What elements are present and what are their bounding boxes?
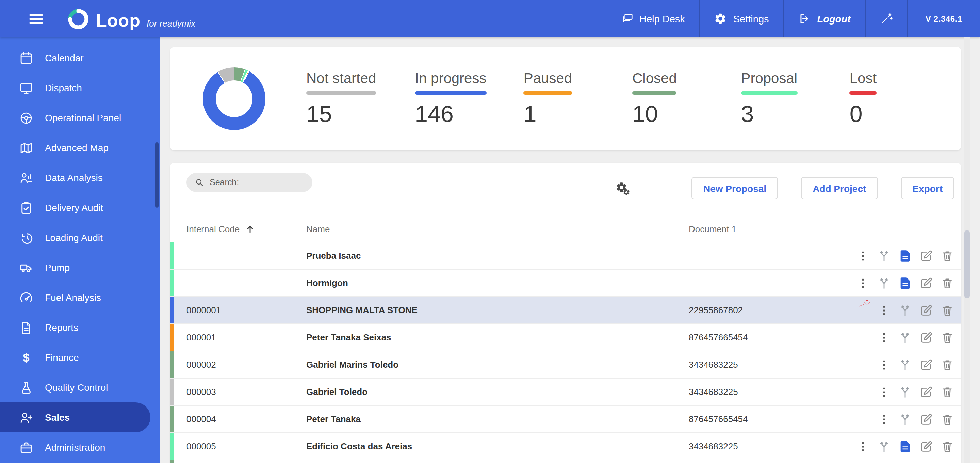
cell-name: Gabriel Toledo (306, 387, 689, 397)
table-row[interactable]: 000005 Edificio Costa das Areias 3434683… (170, 433, 961, 460)
table-row[interactable]: 000006 Shopping Costa Mar 3434683225 (170, 460, 961, 463)
document-action-icon[interactable] (898, 249, 912, 262)
hamburger-icon[interactable] (27, 10, 45, 27)
sidebar-item-reports[interactable]: Reports (0, 313, 160, 342)
settings-button[interactable]: Settings (700, 0, 783, 37)
column-internal-code-label: Internal Code (186, 224, 240, 234)
sidebar-item-dispatch[interactable]: Dispatch (0, 73, 160, 103)
export-button[interactable]: Export (901, 177, 954, 200)
calendar-icon (19, 51, 33, 65)
sidebar-item-delivery-audit[interactable]: Delivery Audit (0, 193, 160, 223)
delete-action-icon[interactable] (940, 358, 954, 371)
stat-value: 0 (850, 101, 958, 127)
cell-name: Hormigon (306, 278, 689, 288)
document-action-icon[interactable] (898, 276, 912, 290)
table-row[interactable]: 000001 Peter Tanaka Seixas 876457665454 (170, 324, 961, 351)
fork-action-icon[interactable] (877, 439, 891, 453)
kebab-action-icon[interactable] (856, 439, 870, 453)
sidebar-scrollbar-thumb[interactable] (155, 142, 159, 208)
kebab-action-icon[interactable] (877, 303, 891, 317)
delete-action-icon[interactable] (940, 249, 954, 262)
sidebar-item-sales[interactable]: Sales (0, 402, 150, 433)
edit-action-icon[interactable] (920, 439, 933, 453)
stat-label: Paused (524, 70, 572, 86)
edit-action-icon[interactable] (920, 303, 933, 317)
document-action-icon[interactable] (898, 439, 912, 453)
column-name[interactable]: Name (306, 224, 689, 234)
delete-action-icon[interactable] (940, 276, 954, 290)
sidebar-item-data-analysis[interactable]: Data Analysis (0, 163, 160, 193)
kebab-action-icon[interactable] (856, 249, 870, 262)
fork-action-icon[interactable] (877, 276, 891, 290)
cell-document: 876457665454 (689, 414, 852, 424)
stat-underline (524, 91, 572, 95)
table-row[interactable]: Prueba Isaac (170, 243, 961, 270)
wand-button[interactable] (865, 0, 907, 37)
table-row[interactable]: 000002 Gabriel Marins Toledo 3434683225 (170, 351, 961, 378)
row-actions (852, 330, 954, 344)
sidebar-item-finance[interactable]: $ Finance (0, 342, 160, 372)
edit-action-icon[interactable] (920, 412, 933, 426)
delete-action-icon[interactable] (940, 303, 954, 317)
main-scrollbar-thumb[interactable] (964, 230, 970, 298)
sidebar-item-fuel-analysis[interactable]: Fuel Analysis (0, 283, 160, 313)
cell-document: 22955867802 (689, 305, 852, 315)
kebab-action-icon[interactable] (877, 385, 891, 399)
add-project-button[interactable]: Add Project (801, 177, 878, 200)
table-row[interactable]: 000003 Gabriel Toledo 3434683225 (170, 378, 961, 406)
fork-action-icon[interactable] (898, 412, 912, 426)
logout-button[interactable]: Logout (784, 0, 865, 37)
delete-action-icon[interactable] (940, 385, 954, 399)
sidebar-item-administration[interactable]: Administration (0, 433, 160, 462)
delete-action-icon[interactable] (940, 439, 954, 453)
table-row[interactable]: Hormigon (170, 270, 961, 297)
cell-document: 3434683225 (689, 387, 852, 397)
sidebar-item-loading-audit[interactable]: Loading Audit (0, 223, 160, 252)
data-analysis-icon (19, 171, 33, 185)
sidebar-item-pump[interactable]: Pump (0, 252, 160, 283)
search-input[interactable]: Search: (186, 173, 312, 192)
table-body: Prueba Isaac Hormigon 0000001 SHOPPING M… (170, 243, 961, 463)
edit-action-icon[interactable] (920, 276, 933, 290)
stat-label: Not started (306, 70, 376, 86)
sidebar-item-advanced-map[interactable]: Advanced Map (0, 133, 160, 163)
kebab-action-icon[interactable] (877, 358, 891, 371)
stat-label: Lost (850, 70, 877, 86)
stat-underline (306, 91, 376, 95)
logo-subtext: for readymix (147, 18, 195, 30)
services-icon[interactable] (616, 181, 630, 196)
column-internal-code[interactable]: Internal Code (186, 224, 306, 234)
cell-internal-code: 000003 (186, 387, 306, 397)
delete-action-icon[interactable] (940, 330, 954, 344)
kebab-action-icon[interactable] (877, 330, 891, 344)
logo-text: Loop (96, 10, 140, 30)
kebab-action-icon[interactable] (877, 412, 891, 426)
cell-name: Prueba Isaac (306, 251, 689, 261)
fork-action-icon[interactable] (898, 385, 912, 399)
help-desk-button[interactable]: Help Desk (606, 0, 699, 37)
sidebar-item-quality-control[interactable]: Quality Control (0, 372, 160, 402)
delete-action-icon[interactable] (940, 412, 954, 426)
edit-action-icon[interactable] (920, 385, 933, 399)
stat-underline (741, 91, 797, 95)
sidebar-item-calendar[interactable]: Calendar (0, 43, 160, 73)
edit-action-icon[interactable] (920, 358, 933, 371)
kebab-action-icon[interactable] (856, 276, 870, 290)
sidebar-item-operational-panel[interactable]: Operational Panel (0, 103, 160, 133)
edit-action-icon[interactable] (920, 330, 933, 344)
finance-icon: $ (19, 350, 33, 365)
sidebar-item-label: Quality Control (45, 382, 108, 393)
edit-action-icon[interactable] (920, 249, 933, 262)
fork-action-icon[interactable] (877, 249, 891, 262)
status-stripe (170, 270, 174, 296)
new-proposal-button[interactable]: New Proposal (692, 177, 778, 200)
fork-action-icon[interactable] (898, 330, 912, 344)
table-row[interactable]: 0000001 SHOPPING MALTA STONE 22955867802 (170, 297, 961, 324)
gear-icon (714, 12, 727, 25)
fork-action-icon[interactable] (898, 358, 912, 371)
fork-action-icon[interactable] (898, 303, 912, 317)
dispatch-icon (19, 81, 33, 95)
column-document-1[interactable]: Document 1 (689, 224, 852, 234)
cell-internal-code: 000005 (186, 441, 306, 452)
table-row[interactable]: 000004 Peter Tanaka 876457665454 (170, 406, 961, 433)
